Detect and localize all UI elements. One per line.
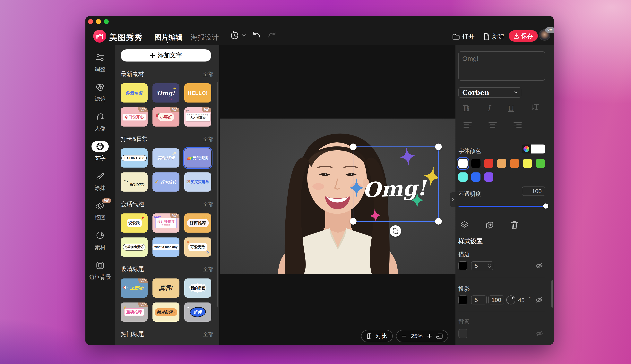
- add-text-button[interactable]: 添加文字: [121, 50, 211, 62]
- stroke-width-input[interactable]: 5: [471, 261, 493, 270]
- italic-button[interactable]: I: [487, 104, 490, 113]
- duplicate-button[interactable]: [485, 220, 494, 230]
- color-swatch[interactable]: [484, 172, 493, 182]
- shadow-visibility-toggle[interactable]: [535, 296, 543, 304]
- align-center-button[interactable]: [488, 122, 497, 128]
- editor-canvas[interactable]: Omg!: [219, 45, 455, 345]
- minimize-window-button[interactable]: [96, 19, 101, 24]
- sticker-card[interactable]: VIP NEW 设计师推荐 立即查看: [152, 214, 179, 232]
- sticker-card[interactable]: VIP ♥♥♥ 今日份开心: [121, 108, 148, 126]
- sticker-card[interactable]: 真香!: [152, 278, 179, 298]
- photo-layer[interactable]: Omg!: [220, 118, 455, 274]
- sticker-card[interactable]: ♥ 说爱我: [121, 214, 148, 232]
- color-swatch[interactable]: [523, 159, 532, 168]
- inspector-scrollbar[interactable]: [551, 280, 553, 308]
- resize-handle-top-right[interactable]: [435, 144, 442, 150]
- sidebar-item-smudge[interactable]: 涂抹: [85, 171, 115, 192]
- font-family-select[interactable]: Corben: [458, 87, 521, 98]
- zoom-window-button[interactable]: [104, 19, 109, 24]
- resize-handle-top-left[interactable]: [350, 144, 357, 150]
- shadow-color-swatch[interactable]: [458, 296, 467, 304]
- sticker-card[interactable]: VIP 小莓好: [152, 108, 179, 126]
- save-button[interactable]: 保存: [509, 30, 538, 42]
- sticker-card[interactable]: T-SHIRT ¥68: [121, 148, 148, 168]
- color-swatch[interactable]: [510, 159, 519, 168]
- close-window-button[interactable]: [88, 19, 93, 24]
- color-swatch[interactable]: [484, 159, 493, 168]
- color-swatch[interactable]: [497, 159, 506, 168]
- sticker-card[interactable]: ↗ 美味打卡: [152, 148, 179, 168]
- sidebar-item-material[interactable]: 素材: [85, 230, 115, 252]
- selection-box[interactable]: [353, 146, 439, 222]
- color-swatch[interactable]: [458, 172, 468, 182]
- align-left-button[interactable]: [463, 122, 472, 128]
- sticker-card[interactable]: 你最可爱: [121, 84, 148, 102]
- color-picker-display[interactable]: [522, 144, 545, 154]
- sticker-card-selected[interactable]: 元气满满: [184, 148, 211, 168]
- sticker-card[interactable]: → #OOTD: [121, 172, 148, 192]
- sticker-card[interactable]: VIP 上新啦!: [121, 278, 148, 298]
- sidebar-item-filter[interactable]: 滤镜: [85, 82, 115, 103]
- opacity-slider[interactable]: [458, 204, 548, 208]
- sticker-card[interactable]: ✿ ✿ 可爱无敌: [184, 238, 211, 256]
- sticker-card[interactable]: ☑ 买买买清单: [184, 172, 211, 192]
- sidebar-item-frame-background[interactable]: 边框背景: [85, 260, 115, 281]
- sticker-card[interactable]: VIP ♛ 重磅推荐: [121, 302, 148, 322]
- shadow-opacity-input[interactable]: 100: [488, 296, 504, 304]
- shadow-angle-dial[interactable]: [506, 296, 515, 304]
- stroke-visibility-toggle[interactable]: [535, 262, 543, 270]
- sidebar-item-adjust[interactable]: 调整: [85, 52, 115, 74]
- sticker-card[interactable]: 必吃美食游记: [121, 238, 148, 256]
- underline-button[interactable]: U: [508, 104, 514, 113]
- sidebar-item-text[interactable]: 文字: [85, 141, 115, 162]
- sticker-card[interactable]: ✦ 超棒: [184, 302, 211, 322]
- rotate-handle[interactable]: [390, 225, 401, 237]
- color-swatch[interactable]: [458, 159, 468, 168]
- section-all-link[interactable]: 全部: [203, 266, 213, 273]
- section-all-link[interactable]: 全部: [203, 331, 213, 338]
- color-swatch[interactable]: [471, 159, 480, 168]
- section-all-link[interactable]: 全部: [203, 201, 213, 208]
- background-visibility-toggle[interactable]: [535, 330, 543, 337]
- layers-button[interactable]: [460, 220, 469, 230]
- tab-image-edit[interactable]: 图片编辑: [154, 32, 183, 42]
- zoom-in-button[interactable]: [427, 334, 432, 338]
- section-all-link[interactable]: 全部: [203, 136, 213, 143]
- zoom-out-button[interactable]: [402, 334, 407, 338]
- color-swatch[interactable]: [536, 159, 545, 168]
- color-swatch[interactable]: [471, 172, 480, 182]
- sidebar-item-portrait[interactable]: 人像: [85, 111, 115, 133]
- sticker-card[interactable]: 新的启程: [184, 278, 211, 298]
- background-color-swatch[interactable]: [458, 329, 467, 338]
- delete-button[interactable]: [510, 220, 519, 230]
- section-all-link[interactable]: 全部: [203, 71, 213, 78]
- history-chevron-down-icon[interactable]: [242, 34, 246, 37]
- fit-screen-button[interactable]: [436, 333, 443, 339]
- bold-button[interactable]: B: [463, 104, 470, 113]
- resize-handle-bottom-left[interactable]: [350, 218, 357, 224]
- undo-icon[interactable]: [252, 32, 261, 40]
- sticker-card[interactable]: 绝对好评~: [152, 302, 179, 322]
- history-icon[interactable]: [230, 31, 239, 40]
- stroke-width-stepper[interactable]: [488, 264, 493, 268]
- sticker-card[interactable]: Omg!: [152, 84, 179, 102]
- stroke-color-swatch[interactable]: [458, 261, 467, 270]
- vertical-text-button[interactable]: [531, 103, 540, 114]
- sticker-card[interactable]: VIP ✂ ren cai zhao mu ling 人才招募令: [184, 108, 211, 126]
- new-button[interactable]: 新建: [483, 32, 505, 41]
- opacity-value-input[interactable]: 100: [522, 186, 545, 196]
- redo-icon[interactable]: [268, 32, 277, 40]
- opacity-slider-thumb[interactable]: [543, 204, 548, 208]
- sidebar-item-cutout[interactable]: VIP 抠图: [85, 200, 115, 222]
- sticker-card[interactable]: ☺☺ 好评推荐: [184, 214, 211, 232]
- align-right-button[interactable]: [513, 122, 522, 128]
- compare-button[interactable]: 对比: [361, 330, 393, 342]
- resize-handle-bottom-right[interactable]: [435, 218, 442, 224]
- sticker-card[interactable]: HELLO!: [184, 84, 211, 102]
- collapse-panel-tab[interactable]: [450, 192, 455, 207]
- open-button[interactable]: 打开: [452, 32, 475, 41]
- sticker-panel-scrollbar[interactable]: [217, 82, 218, 306]
- sticker-card[interactable]: ✔ 打卡成功: [152, 172, 179, 192]
- sticker-card[interactable]: what a nice day: [152, 238, 179, 256]
- shadow-size-input[interactable]: 5: [471, 296, 487, 304]
